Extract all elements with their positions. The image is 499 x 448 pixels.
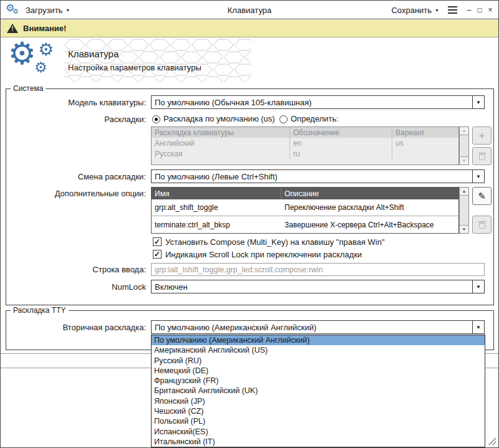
arrow-down-icon: ▼ bbox=[462, 159, 466, 163]
titlebar-right: Сохранить ▼ – □ × bbox=[391, 1, 493, 19]
column-header: Имя bbox=[152, 188, 281, 199]
scroll-lock-checkbox[interactable]: ✓ bbox=[153, 250, 162, 259]
layout-name-cell: Русская bbox=[152, 148, 290, 159]
dropdown-option[interactable]: Американский Английский (US) bbox=[152, 345, 485, 355]
pencil-icon: ✎ bbox=[478, 191, 486, 201]
column-header: Обозначение bbox=[290, 127, 392, 138]
check-icon: ✓ bbox=[154, 238, 160, 245]
window-title: Клавиатура bbox=[125, 1, 374, 19]
caret-down-icon: ▼ bbox=[476, 100, 481, 105]
secondary-layout-label: Вторичная раскладка: bbox=[6, 323, 146, 332]
dropdown-option[interactable]: Британский Английский (UK) bbox=[152, 386, 485, 396]
secondary-layout-select[interactable]: По умолчанию (Американский Английский) ▼ bbox=[151, 320, 485, 334]
system-group-legend: Система bbox=[11, 84, 46, 93]
scroll-up-button[interactable]: ▲ bbox=[460, 188, 468, 196]
arrow-down-icon: ▼ bbox=[462, 227, 466, 231]
extra-options-table-header: Имя Описание bbox=[152, 188, 458, 199]
add-layout-button[interactable]: + bbox=[472, 126, 492, 145]
custom-layout-radio-label: Определить: bbox=[291, 114, 339, 123]
layout-switch-value: По умолчанию (Левые Ctrl+Shift) bbox=[152, 170, 472, 183]
system-group: Система Модель клавиатуры: По умолчанию … bbox=[6, 88, 494, 305]
table-row: Русская ru bbox=[152, 148, 458, 159]
save-menu-button[interactable]: Сохранить ▼ bbox=[391, 6, 439, 15]
default-layout-radio[interactable] bbox=[152, 115, 160, 123]
dropdown-option[interactable]: Японский (JP) bbox=[152, 396, 485, 406]
custom-layout-radio[interactable] bbox=[279, 115, 288, 123]
dropdown-arrow-button[interactable]: ▼ bbox=[472, 170, 484, 183]
option-desc-cell: Завершение X-сервера Ctrl+Alt+Backspace bbox=[281, 216, 458, 233]
load-menu-label: Загрузить bbox=[26, 6, 62, 15]
dropdown-arrow-button[interactable]: ▼ bbox=[472, 280, 484, 293]
numlock-value: Включен bbox=[152, 280, 472, 293]
plus-icon: + bbox=[479, 130, 485, 141]
hamburger-menu-icon[interactable] bbox=[448, 6, 457, 14]
scroll-lock-checkbox-label: Индикация Scroll Lock при переключении р… bbox=[165, 250, 362, 259]
table-row: Английский en us bbox=[152, 138, 458, 148]
trash-icon bbox=[478, 152, 486, 161]
keyboard-model-select[interactable]: По умолчанию (Обычная 105-клавишная) ▼ bbox=[151, 95, 485, 109]
layouts-table-header: Раскладка клавиатуры Обозначение Вариант bbox=[152, 127, 458, 138]
titlebar: ⚙ ⚙ Загрузить ▼ Клавиатура Сохранить ▼ –… bbox=[1, 1, 498, 19]
tty-group-legend: Раскладка TTY bbox=[11, 306, 69, 315]
edit-option-button[interactable]: ✎ bbox=[472, 187, 492, 205]
scroll-down-button: ▼ bbox=[460, 156, 468, 164]
app-gear-icon: ⚙ ⚙ bbox=[6, 2, 21, 17]
arrow-up-icon: ▲ bbox=[462, 189, 466, 193]
dropdown-option[interactable]: Русский (RU) bbox=[152, 356, 485, 366]
save-menu-label: Сохранить bbox=[391, 6, 432, 15]
input-string-field[interactable] bbox=[151, 263, 485, 276]
dropdown-option[interactable]: Немецкий (DE) bbox=[152, 366, 485, 376]
page-header: ⚙ ⚙ ⚙ Клавиатура Настройка параметров кл… bbox=[1, 38, 498, 83]
secondary-layout-dropdown-list: По умолчанию (Американский Английский) А… bbox=[151, 335, 485, 447]
dropdown-option[interactable]: Итальянский (IT) bbox=[152, 437, 485, 447]
chevron-down-icon: ▼ bbox=[435, 8, 439, 12]
option-desc-cell: Переключение раскладки Alt+Shift bbox=[281, 199, 458, 216]
caret-down-icon: ▼ bbox=[476, 284, 481, 290]
compose-checkbox-label: Установить Compose (Multi_Key) на клавиш… bbox=[165, 237, 385, 247]
trash-icon bbox=[478, 221, 486, 229]
extra-options-scrollbar[interactable]: ▲ ▼ bbox=[459, 187, 469, 234]
dropdown-option[interactable]: Польский (PL) bbox=[152, 416, 485, 426]
column-header: Описание bbox=[281, 188, 458, 199]
gear-icon: ⚙ bbox=[38, 41, 54, 59]
warning-banner: ! Внимание! bbox=[1, 20, 498, 37]
maximize-button[interactable]: □ bbox=[477, 6, 483, 14]
page-title: Клавиатура bbox=[68, 49, 119, 59]
extra-options-table: Имя Описание grp:alt_shift_toggle Перекл… bbox=[151, 187, 459, 234]
layouts-table-scrollbar: ▲ ▼ bbox=[459, 126, 469, 165]
delete-layout-button[interactable] bbox=[472, 147, 492, 165]
arrow-up-icon: ▲ bbox=[462, 129, 466, 133]
gear-icon: ⚙ bbox=[34, 59, 47, 75]
resize-grip[interactable] bbox=[488, 437, 497, 446]
compose-checkbox[interactable]: ✓ bbox=[153, 237, 162, 246]
load-menu-button[interactable]: Загрузить ▼ bbox=[26, 6, 70, 15]
table-row[interactable]: terminate:ctrl_alt_bksp Завершение X-сер… bbox=[152, 216, 458, 233]
dropdown-option[interactable]: Испанский(ES) bbox=[152, 426, 485, 436]
dropdown-option[interactable]: Чешский (CZ) bbox=[152, 406, 485, 416]
dropdown-arrow-button[interactable]: ▼ bbox=[472, 321, 484, 333]
keyboard-settings-window: ⚙ ⚙ Загрузить ▼ Клавиатура Сохранить ▼ –… bbox=[0, 0, 499, 448]
input-string-label: Строка ввода: bbox=[6, 265, 146, 274]
warning-text: Внимание! bbox=[23, 24, 66, 33]
option-name-cell: terminate:ctrl_alt_bksp bbox=[152, 216, 281, 233]
layout-switch-label: Смена раскладки: bbox=[6, 172, 146, 181]
window-controls: – □ × bbox=[466, 6, 493, 14]
numlock-label: NumLock bbox=[6, 282, 146, 292]
dropdown-option[interactable]: Французский (FR) bbox=[152, 376, 485, 386]
minimize-button[interactable]: – bbox=[466, 6, 472, 14]
dropdown-arrow-button[interactable]: ▼ bbox=[472, 96, 484, 108]
delete-option-button[interactable] bbox=[472, 216, 492, 234]
layout-code-cell: ru bbox=[290, 148, 392, 159]
page-subtitle: Настройка параметров клавиатуры bbox=[68, 63, 201, 72]
option-name-cell: grp:alt_shift_toggle bbox=[152, 199, 281, 216]
keyboard-app-logo: ⚙ ⚙ ⚙ bbox=[7, 39, 66, 82]
layout-variant-cell bbox=[392, 148, 458, 159]
close-button[interactable]: × bbox=[487, 6, 493, 14]
scroll-down-button[interactable]: ▼ bbox=[460, 225, 468, 233]
numlock-select[interactable]: Включен ▼ bbox=[151, 280, 485, 293]
dropdown-option-selected[interactable]: По умолчанию (Американский Английский) bbox=[152, 335, 485, 345]
table-row[interactable]: grp:alt_shift_toggle Переключение раскла… bbox=[152, 199, 458, 216]
layout-switch-select[interactable]: По умолчанию (Левые Ctrl+Shift) ▼ bbox=[151, 169, 485, 183]
layout-variant-cell: us bbox=[392, 138, 458, 148]
keyboard-model-label: Модель клавиатуры: bbox=[6, 98, 146, 107]
